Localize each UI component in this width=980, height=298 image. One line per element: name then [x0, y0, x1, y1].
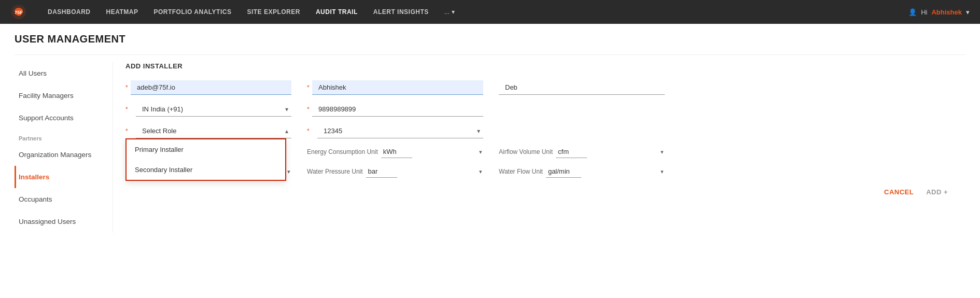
airflow-select-wrap: cfm ▾ — [556, 146, 665, 158]
top-nav: 75F DASHBOARD HEATMAP PORTFOLIO ANALYTIC… — [0, 0, 980, 24]
sidebar-item-all-users[interactable]: All Users — [15, 62, 107, 84]
water-flow-chevron-icon: ▾ — [661, 168, 664, 175]
air-pressure-chevron-icon: ▾ — [287, 168, 290, 175]
sidebar-item-support-accounts[interactable]: Support Accounts — [15, 107, 107, 129]
phone-country-select[interactable]: IN India (+91) — [136, 102, 291, 117]
divider — [15, 54, 965, 55]
first-name-input[interactable] — [312, 80, 483, 95]
form-row-3: * Select Role ▴ Primary Installer Second… — [125, 124, 953, 138]
sidebar-item-installers[interactable]: Installers — [15, 166, 107, 188]
email-input[interactable] — [131, 80, 291, 95]
form-row-1: * * — [125, 80, 953, 95]
airflow-unit-select[interactable]: cfm — [556, 146, 587, 158]
logo[interactable]: 75F — [10, 4, 27, 20]
sidebar: All Users Facility Managers Support Acco… — [15, 62, 113, 233]
user-name: Abhishek — [931, 8, 962, 16]
nav-site-explorer[interactable]: SITE EXPLORER — [247, 8, 300, 16]
role-select[interactable]: Select Role — [136, 124, 291, 138]
water-flow-select-wrap: gal/min ▾ — [546, 165, 665, 178]
water-flow-label: Water Flow Unit — [499, 168, 543, 175]
airflow-label: Airflow Volume Unit — [499, 148, 553, 155]
nav-audit-trail[interactable]: AUDIT TRAIL — [316, 8, 358, 16]
user-menu[interactable]: 👤 Hi Abhishek ▾ — [908, 8, 970, 16]
phone-country-wrapper: * IN India (+91) ▾ — [125, 102, 291, 117]
water-pressure-unit-field: Water Pressure Unit bar ▾ — [307, 165, 483, 178]
main-layout: All Users Facility Managers Support Acco… — [15, 62, 965, 233]
phone-number-wrapper: * — [307, 102, 483, 117]
nav-heatmap[interactable]: HEATMAP — [106, 8, 138, 16]
energy-select-wrap: kWh ▾ — [381, 146, 483, 158]
zip-field-wrapper: * ▾ — [307, 124, 483, 138]
sidebar-item-unassigned-users[interactable]: Unassigned Users — [15, 210, 107, 233]
nav-portfolio[interactable]: PORTFOLIO ANALYTICS — [153, 8, 231, 16]
partners-section-label: Partners — [15, 129, 107, 144]
email-required-star: * — [125, 84, 128, 91]
firstname-required-star: * — [307, 84, 310, 91]
phone-number-input[interactable] — [312, 102, 483, 117]
nav-dashboard[interactable]: DASHBOARD — [48, 8, 91, 16]
section-title: ADD INSTALLER — [125, 62, 953, 70]
page-title: USER MANAGEMENT — [15, 33, 965, 45]
energy-unit-select[interactable]: kWh — [381, 146, 412, 158]
nav-more[interactable]: ... ▾ — [444, 8, 455, 16]
sidebar-item-facility-managers[interactable]: Facility Managers — [15, 84, 107, 107]
cancel-button[interactable]: CANCEL — [884, 188, 914, 196]
phone-required-star: * — [125, 106, 128, 113]
chevron-down-icon: ▾ — [452, 8, 455, 16]
form-row-2: * IN India (+91) ▾ * — [125, 102, 953, 117]
water-pressure-chevron-icon: ▾ — [479, 168, 482, 175]
energy-consumption-unit-field: Energy Consumption Unit kWh ▾ — [307, 146, 483, 158]
email-field-wrapper: * — [125, 80, 291, 95]
sidebar-item-org-managers[interactable]: Organization Managers — [15, 144, 107, 166]
last-name-input[interactable] — [499, 80, 665, 95]
content-area: ADD INSTALLER * * * — [113, 62, 965, 233]
sidebar-item-occupants[interactable]: Occupants — [15, 188, 107, 210]
role-option-primary[interactable]: Primary Installer — [127, 139, 285, 160]
svg-text:75F: 75F — [15, 10, 23, 15]
user-chevron-icon: ▾ — [966, 8, 970, 16]
water-pressure-select-wrap: bar ▾ — [366, 165, 483, 178]
airflow-unit-field: Airflow Volume Unit cfm ▾ — [499, 146, 665, 158]
page: USER MANAGEMENT All Users Facility Manag… — [0, 24, 980, 233]
first-name-field-wrapper: * — [307, 80, 483, 95]
role-dropdown: Primary Installer Secondary Installer — [125, 138, 286, 181]
energy-label: Energy Consumption Unit — [307, 148, 378, 155]
phone-num-required-star: * — [307, 106, 310, 113]
water-flow-unit-select[interactable]: gal/min — [546, 165, 581, 178]
action-row: CANCEL ADD + — [125, 188, 953, 196]
last-name-field-wrapper — [499, 80, 665, 95]
select-role-wrapper: * Select Role ▴ Primary Installer Second… — [125, 124, 291, 138]
zip-required-star: * — [307, 127, 310, 135]
role-required-star: * — [125, 127, 128, 135]
add-plus-icon: + — [944, 188, 948, 196]
user-icon: 👤 — [908, 8, 917, 16]
nav-alert-insights[interactable]: ALERT INSIGHTS — [373, 8, 429, 16]
col3-placeholder — [499, 102, 665, 117]
add-button[interactable]: ADD + — [926, 188, 948, 196]
water-pressure-unit-select[interactable]: bar — [366, 165, 397, 178]
zip-input[interactable] — [317, 124, 483, 138]
water-pressure-label: Water Pressure Unit — [307, 168, 363, 175]
energy-chevron-icon: ▾ — [479, 149, 482, 155]
water-flow-unit-field: Water Flow Unit gal/min ▾ — [499, 165, 665, 178]
airflow-chevron-icon: ▾ — [661, 149, 664, 155]
role-option-secondary[interactable]: Secondary Installer — [127, 160, 285, 180]
